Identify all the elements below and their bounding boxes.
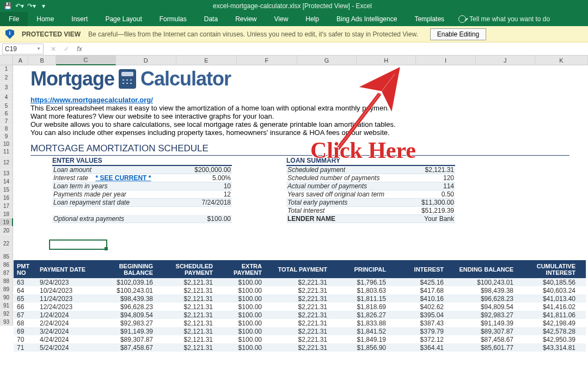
website-url-link[interactable]: https://www.mortgagecalculator.org/ [30, 96, 583, 104]
row-header-87[interactable]: 87 [0, 269, 13, 277]
shield-icon [5, 29, 14, 39]
enter-values-header: ENTER VALUES [52, 157, 232, 166]
row-header-2[interactable]: 2 [0, 73, 13, 83]
table-row[interactable]: 6511/24/2023$98,439.38$2,121.31$100.00$2… [14, 294, 586, 303]
loan-amount-row[interactable]: Loan amount$200,000.00 [52, 166, 232, 174]
active-cell[interactable] [50, 241, 106, 249]
table-row[interactable]: 693/24/2024$91,149.39$2,121.31$100.00$2,… [14, 327, 586, 335]
select-all-corner[interactable] [0, 56, 13, 65]
row-header-93[interactable]: 93 [0, 318, 13, 326]
table-row[interactable]: 715/24/2024$87,458.67$2,121.31$100.00$2,… [14, 343, 586, 352]
tab-formulas[interactable]: Formulas [151, 12, 195, 26]
row-header-7[interactable]: 7 [0, 118, 13, 125]
tab-page-layout[interactable]: Page Layout [96, 12, 150, 26]
row-header-20[interactable]: 20 [0, 226, 13, 235]
column-header-G[interactable]: G [297, 56, 357, 65]
row-header-22[interactable]: 22 [0, 235, 13, 253]
table-row[interactable]: 639/24/2023$102,039.16$2,121.31$100.00$2… [14, 278, 586, 286]
column-header-K[interactable]: K [535, 56, 588, 65]
lender-name-row[interactable]: LENDER NAMEYour Bank [286, 215, 455, 223]
window-title: excel-mortgage-calculator.xlsx [Protecte… [51, 2, 534, 10]
undo-icon[interactable]: ↶▾ [14, 1, 25, 11]
interest-rate-row[interactable]: Interest rate * SEE CURRENT *5.00% [52, 174, 232, 182]
row-header-13[interactable]: 13 [0, 170, 13, 177]
row-header-9[interactable]: 9 [0, 133, 13, 140]
row-header-14[interactable]: 14 [0, 177, 13, 186]
description-line-1: This Excel spreadsheet makes it easy to … [30, 104, 583, 112]
tab-templates[interactable]: Templates [406, 12, 453, 26]
tab-review[interactable]: Review [226, 12, 265, 26]
chevron-down-icon[interactable]: ▼ [36, 46, 41, 51]
name-box[interactable]: C19 ▼ [2, 44, 44, 54]
row-header-16[interactable]: 16 [0, 194, 13, 202]
payments-per-year-row[interactable]: Payments made per year12 [52, 190, 232, 199]
confirm-icon[interactable]: ✓ [60, 45, 73, 53]
formula-bar: C19 ▼ ✕ ✓ fx [0, 42, 588, 56]
row-header-5[interactable]: 5 [0, 102, 13, 110]
column-header-F[interactable]: F [237, 56, 297, 65]
lightbulb-icon [458, 15, 466, 23]
row-header-1[interactable]: 1 [0, 65, 13, 73]
tell-me-search[interactable]: Tell me what you want to do [453, 12, 555, 26]
row-header-15[interactable]: 15 [0, 186, 13, 194]
cancel-icon[interactable]: ✕ [47, 45, 60, 53]
row-header-6[interactable]: 6 [0, 110, 13, 118]
logo-word-2: Calculator [140, 67, 231, 90]
loan-term-row[interactable]: Loan term in years10 [52, 182, 232, 190]
tab-bing-ads[interactable]: Bing Ads Intelligence [328, 12, 406, 26]
redo-icon[interactable]: ↷▾ [26, 1, 37, 11]
column-header-B[interactable]: B [28, 56, 57, 65]
tab-insert[interactable]: Insert [63, 12, 96, 26]
tab-help[interactable]: Help [297, 12, 328, 26]
row-header-86[interactable]: 86 [0, 261, 13, 269]
tab-view[interactable]: View [266, 12, 297, 26]
tab-data[interactable]: Data [195, 12, 226, 26]
tab-home[interactable]: Home [28, 12, 63, 26]
qat-dropdown-icon[interactable]: ▾ [38, 1, 49, 11]
formula-input[interactable] [86, 44, 588, 54]
table-row[interactable]: 6410/24/2023$100,243.01$2,121.31$100.00$… [14, 286, 586, 294]
row-header-8[interactable]: 8 [0, 125, 13, 133]
row-header-89[interactable]: 89 [0, 285, 13, 293]
total-interest-row: Total interest$51,219.39 [286, 207, 455, 215]
column-header-H[interactable]: H [357, 56, 416, 65]
column-header-A[interactable]: A [13, 56, 28, 65]
row-header-12[interactable]: 12 [0, 156, 13, 170]
table-row[interactable]: 6612/24/2023$96,628.23$2,121.31$100.00$2… [14, 303, 586, 311]
amortization-header-row: PMT NO PAYMENT DATE BEGINNING BALANCE SC… [14, 260, 586, 278]
table-row[interactable]: 671/24/2024$94,809.54$2,121.31$100.00$2,… [14, 311, 586, 319]
row-header-92[interactable]: 92 [0, 310, 13, 318]
column-header-E[interactable]: E [176, 56, 237, 65]
row-header-91[interactable]: 91 [0, 302, 13, 310]
row-header-88[interactable]: 88 [0, 277, 13, 285]
scheduled-num-payments-row: Scheduled number of payments120 [286, 174, 455, 182]
row-header-10[interactable]: 10 [0, 140, 13, 148]
column-header-I[interactable]: I [416, 56, 475, 65]
row-header-85[interactable]: 85 [0, 253, 13, 261]
row-header-11[interactable]: 11 [0, 148, 13, 156]
row-header-4[interactable]: 4 [0, 93, 13, 102]
see-current-link[interactable]: * SEE CURRENT * [95, 174, 151, 182]
table-row[interactable]: 704/24/2024$89,307.87$2,121.31$100.00$2,… [14, 335, 586, 343]
name-box-value: C19 [5, 45, 17, 53]
row-header-17[interactable]: 17 [0, 202, 13, 210]
row-header-90[interactable]: 90 [0, 293, 13, 302]
column-header-D[interactable]: D [116, 56, 176, 65]
sheet-content[interactable]: Mortgage Calculator https://www.mortgage… [13, 65, 588, 375]
row-header-18[interactable]: 18 [0, 210, 13, 218]
loan-summary-header: LOAN SUMMARY [286, 157, 455, 166]
column-header-J[interactable]: J [476, 56, 535, 65]
table-row[interactable]: 682/24/2024$92,983.27$2,121.31$100.00$2,… [14, 319, 586, 327]
row-header-3[interactable]: 3 [0, 83, 13, 93]
fx-icon[interactable]: fx [73, 45, 86, 53]
enable-editing-button[interactable]: Enable Editing [430, 28, 486, 40]
save-icon[interactable]: 💾 [2, 1, 13, 11]
row-header-19[interactable]: 19 [0, 218, 13, 226]
extra-payments-row[interactable]: Optional extra payments$100.00 [52, 215, 232, 223]
protected-view-bar: PROTECTED VIEW Be careful—files from the… [0, 26, 588, 42]
spreadsheet-grid[interactable]: ABCDEFGHIJK 1234567891011121314151617181… [0, 56, 588, 375]
description-line-4: You can also include other expenses incl… [30, 128, 583, 137]
column-header-C[interactable]: C [56, 56, 115, 65]
start-date-row[interactable]: Loan repayment start date7/24/2018 [52, 199, 232, 207]
tab-file[interactable]: File [0, 12, 28, 26]
